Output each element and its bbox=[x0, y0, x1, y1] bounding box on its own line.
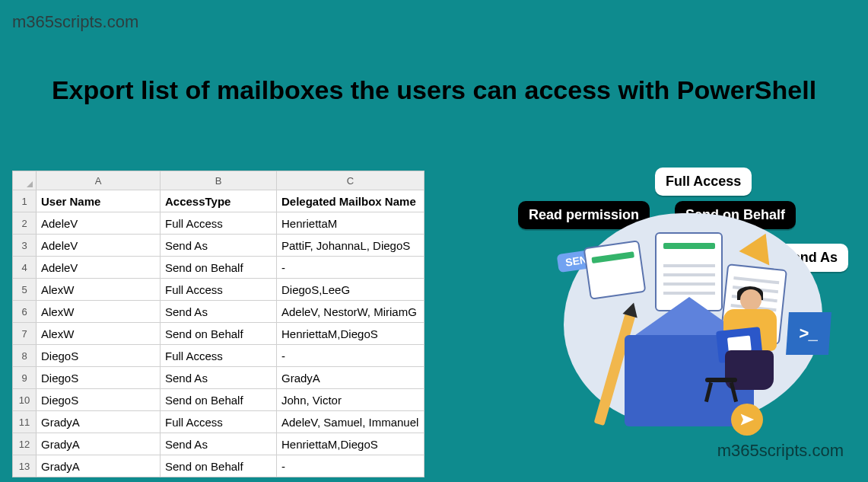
cell: Send As bbox=[161, 301, 277, 322]
cell: Send on Behalf bbox=[161, 455, 277, 477]
cell: DiegoS bbox=[37, 345, 161, 366]
watermark-bottom: m365scripts.com bbox=[717, 441, 844, 461]
cell: Send As bbox=[161, 235, 277, 256]
cell: Send on Behalf bbox=[161, 389, 277, 410]
table-row: 9DiegoSSend AsGradyA bbox=[13, 367, 424, 389]
table-row: 13GradyASend on Behalf- bbox=[13, 455, 424, 477]
cell: GradyA bbox=[277, 367, 424, 388]
page-title: Export list of mailboxes the users can a… bbox=[0, 74, 868, 107]
header-cell: AccessType bbox=[161, 190, 277, 212]
cell: HenriettaM,DiegoS bbox=[277, 433, 424, 455]
spreadsheet: A B C 1 User Name AccessType Delegated M… bbox=[12, 171, 424, 477]
column-header: A bbox=[37, 171, 161, 190]
badge-full-access: Full Access bbox=[655, 168, 752, 196]
cell: AdeleV, NestorW, MiriamG bbox=[277, 301, 424, 322]
header-cell: Delegated Mailbox Name bbox=[277, 190, 424, 212]
table-row: 11GradyAFull AccessAdeleV, Samuel, Imman… bbox=[13, 411, 424, 433]
cell: AlexW bbox=[37, 301, 161, 322]
header-row: 1 User Name AccessType Delegated Mailbox… bbox=[13, 190, 424, 212]
watermark-top: m365scripts.com bbox=[12, 12, 138, 32]
cell: HenriettaM bbox=[277, 212, 424, 234]
column-header-row: A B C bbox=[13, 171, 424, 190]
cell: AlexW bbox=[37, 279, 161, 300]
cell: GradyA bbox=[37, 411, 161, 433]
row-number: 3 bbox=[13, 235, 37, 256]
cell: - bbox=[277, 455, 424, 477]
cell: - bbox=[277, 257, 424, 278]
cell: John, Victor bbox=[277, 389, 424, 410]
cell: GradyA bbox=[37, 455, 161, 477]
person-icon bbox=[701, 289, 792, 404]
document-icon bbox=[583, 240, 647, 300]
table-row: 7AlexWSend on BehalfHenriettaM,DiegoS bbox=[13, 323, 424, 345]
cell: - bbox=[277, 345, 424, 366]
cell: HenriettaM,DiegoS bbox=[277, 323, 424, 344]
table-row: 5AlexWFull AccessDiegoS,LeeG bbox=[13, 279, 424, 301]
cell: Full Access bbox=[161, 345, 277, 366]
row-number: 7 bbox=[13, 323, 37, 344]
cell: AdeleV bbox=[37, 212, 161, 234]
cell: Full Access bbox=[161, 411, 277, 433]
table-row: 12GradyASend AsHenriettaM,DiegoS bbox=[13, 433, 424, 455]
cell: AdeleV bbox=[37, 257, 161, 278]
cell: Full Access bbox=[161, 212, 277, 234]
cell: Send on Behalf bbox=[161, 257, 277, 278]
table-row: 8DiegoSFull Access- bbox=[13, 345, 424, 367]
cell: DiegoS bbox=[37, 389, 161, 410]
cell: AlexW bbox=[37, 323, 161, 344]
column-header: B bbox=[161, 171, 277, 190]
cell: GradyA bbox=[37, 433, 161, 455]
row-number: 9 bbox=[13, 367, 37, 388]
cell: Send As bbox=[161, 433, 277, 455]
table-row: 10DiegoSSend on BehalfJohn, Victor bbox=[13, 389, 424, 411]
table-row: 3AdeleVSend AsPattiF, JohannaL, DiegoS bbox=[13, 235, 424, 257]
powershell-icon: >_ bbox=[786, 312, 831, 355]
cell: DiegoS bbox=[37, 367, 161, 388]
cell: Full Access bbox=[161, 279, 277, 300]
header-cell: User Name bbox=[37, 190, 161, 212]
illustration: Full Access Read permission Send on Beha… bbox=[495, 168, 845, 449]
row-number: 10 bbox=[13, 389, 37, 410]
table-row: 2AdeleVFull AccessHenriettaM bbox=[13, 212, 424, 235]
row-number: 4 bbox=[13, 257, 37, 278]
mail-illustration: SEND >_ bbox=[564, 213, 822, 426]
table-row: 6AlexWSend AsAdeleV, NestorW, MiriamG bbox=[13, 301, 424, 323]
table-row: 4AdeleVSend on Behalf- bbox=[13, 257, 424, 279]
cell: PattiF, JohannaL, DiegoS bbox=[277, 235, 424, 256]
row-number: 2 bbox=[13, 212, 37, 234]
select-all-corner bbox=[13, 171, 37, 190]
send-badge-icon bbox=[731, 404, 763, 436]
cell: AdeleV, Samuel, Immanuel bbox=[277, 411, 424, 433]
row-number: 1 bbox=[13, 190, 37, 212]
row-number: 8 bbox=[13, 345, 37, 366]
row-number: 11 bbox=[13, 411, 37, 433]
cell: AdeleV bbox=[37, 235, 161, 256]
column-header: C bbox=[277, 171, 424, 190]
row-number: 5 bbox=[13, 279, 37, 300]
row-number: 12 bbox=[13, 433, 37, 455]
row-number: 13 bbox=[13, 455, 37, 477]
cell: Send As bbox=[161, 367, 277, 388]
row-number: 6 bbox=[13, 301, 37, 322]
cell: DiegoS,LeeG bbox=[277, 279, 424, 300]
cell: Send on Behalf bbox=[161, 323, 277, 344]
